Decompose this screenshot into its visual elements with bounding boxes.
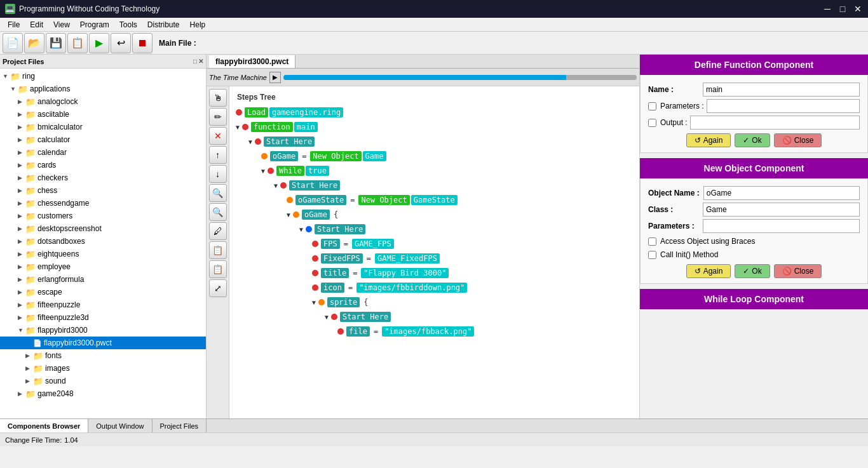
tree-item-dotsandboxes[interactable]: ▶ 📁 dotsandboxes — [0, 235, 206, 248]
menu-tools[interactable]: Tools — [114, 19, 142, 30]
tree-item-applications[interactable]: ▼ 📁 applications — [0, 83, 206, 95]
step-expand-arrow[interactable]: ▼ — [285, 211, 292, 218]
tree-item-images[interactable]: ▶ 📁 images — [0, 362, 206, 375]
define-function-close-button[interactable]: 🚫 Close — [774, 133, 822, 147]
token-start-here[interactable]: Start Here — [340, 312, 391, 322]
token-new-object[interactable]: New Object — [310, 151, 361, 161]
tree-item-analogclock[interactable]: ▶ 📁 analogclock — [0, 95, 206, 108]
parameters-checkbox[interactable] — [648, 102, 656, 110]
token-sprite[interactable]: sprite — [327, 297, 360, 307]
token-load[interactable]: Load — [245, 107, 268, 117]
new-object-again-button[interactable]: ↺ Again — [686, 264, 731, 278]
new-object-close-button[interactable]: 🚫 Close — [774, 264, 822, 278]
token-true[interactable]: true — [306, 166, 329, 176]
token-start-here[interactable]: Start Here — [315, 224, 365, 234]
token-start-here[interactable]: Start Here — [289, 180, 340, 191]
menu-program[interactable]: Program — [75, 19, 114, 30]
components-browser-tab[interactable]: Components Browser — [0, 419, 88, 432]
tool-zoom-fit[interactable]: ⤢ — [209, 279, 227, 297]
name-input[interactable] — [703, 83, 860, 97]
tree-item-asciitable[interactable]: ▶ 📁 asciitable — [0, 108, 206, 121]
left-panel-min-button[interactable]: □ — [193, 58, 197, 65]
token-function[interactable]: function — [251, 122, 293, 132]
project-files-tab[interactable]: Project Files — [153, 419, 207, 432]
new-object-ok-button[interactable]: ✓ Ok — [735, 264, 770, 278]
tool-copy[interactable]: 📋 — [209, 241, 227, 259]
tool-zoom-out[interactable]: 🔍 — [209, 203, 227, 221]
token-game-fixedfps[interactable]: GAME_FixedFPS — [375, 253, 440, 264]
step-expand-arrow[interactable]: ▼ — [234, 124, 241, 131]
tree-item-desktopscreenshot[interactable]: ▶ 📁 desktopscreenshot — [0, 222, 206, 235]
step-expand-arrow[interactable]: ▼ — [323, 314, 330, 321]
step-expand-arrow[interactable]: ▼ — [260, 168, 266, 175]
define-function-again-button[interactable]: ↺ Again — [686, 133, 731, 147]
tree-item-game2048[interactable]: ▶ 📁 game2048 — [0, 387, 206, 400]
tree-item-checkers[interactable]: ▶ 📁 checkers — [0, 171, 206, 184]
save-button[interactable]: 💾 — [46, 33, 66, 53]
run-button[interactable]: ▶ — [89, 33, 109, 53]
tree-item-eightqueens[interactable]: ▶ 📁 eightqueens — [0, 248, 206, 260]
tool-paste[interactable]: 📋 — [209, 260, 227, 278]
left-panel-close-button[interactable]: ✕ — [198, 58, 203, 65]
tool-properties[interactable]: 🖊 — [209, 222, 227, 240]
step-expand-arrow[interactable]: ▼ — [247, 138, 254, 145]
tree-item-calculator[interactable]: ▶ 📁 calculator — [0, 133, 206, 146]
token-file[interactable]: file — [346, 326, 370, 337]
tree-item-chessendgame[interactable]: ▶ 📁 chessendgame — [0, 197, 206, 210]
token-start-here[interactable]: Start Here — [264, 137, 315, 147]
token-main[interactable]: main — [294, 122, 318, 132]
tree-item-flappybird3000-pwct[interactable]: 📄 flappybird3000.pwct — [0, 337, 206, 349]
output-input[interactable] — [690, 116, 860, 130]
token-title-value[interactable]: "Flappy Bird 3000" — [361, 268, 449, 278]
menu-distribute[interactable]: Distribute — [142, 19, 185, 30]
tool-cursor[interactable]: 🖱 — [209, 89, 227, 107]
token-icon-value[interactable]: "images/fbbirddown.png" — [356, 283, 467, 293]
token-game-fps[interactable]: GAME_FPS — [352, 239, 394, 249]
tree-item-escape[interactable]: ▶ 📁 escape — [0, 286, 206, 298]
token-title[interactable]: title — [321, 268, 349, 278]
tool-down[interactable]: ↓ — [209, 165, 227, 183]
tree-item-ring[interactable]: ▼ 📁 ring — [0, 70, 206, 83]
tree-item-customers[interactable]: ▶ 📁 customers — [0, 210, 206, 222]
tree-item-fonts[interactable]: ▶ 📁 fonts — [0, 349, 206, 362]
define-function-ok-button[interactable]: ✓ Ok — [735, 133, 770, 147]
tree-item-sound[interactable]: ▶ 📁 sound — [0, 375, 206, 387]
step-expand-arrow[interactable]: ▼ — [273, 182, 279, 189]
tree-item-flappybird3000[interactable]: ▼ 📁 flappybird3000 — [0, 324, 206, 337]
params-input[interactable] — [703, 219, 860, 233]
tree-item-erlangformula[interactable]: ▶ 📁 erlangformula — [0, 273, 206, 286]
tree-item-calendar[interactable]: ▶ 📁 calendar — [0, 146, 206, 159]
time-machine-slider[interactable] — [283, 75, 637, 80]
access-braces-checkbox[interactable] — [648, 237, 656, 246]
menu-file[interactable]: File — [3, 19, 25, 30]
file-tab-flappybird[interactable]: flappybird3000.pwct — [209, 55, 295, 68]
token-fps[interactable]: FPS — [321, 239, 340, 249]
back-button[interactable]: ↩ — [111, 33, 131, 53]
token-gameengine[interactable]: gameengine.ring — [269, 107, 343, 117]
time-machine-play-button[interactable]: ▶ — [269, 72, 281, 83]
tree-item-bmicalculator[interactable]: ▶ 📁 bmicalculator — [0, 121, 206, 133]
token-icon[interactable]: icon — [321, 283, 344, 293]
token-file-value[interactable]: "images/fbback.png" — [382, 326, 474, 337]
token-fixedfps[interactable]: FixedFPS — [321, 253, 363, 264]
tool-up[interactable]: ↑ — [209, 146, 227, 164]
object-name-input[interactable] — [703, 186, 860, 200]
output-checkbox[interactable] — [648, 119, 656, 127]
token-game[interactable]: Game — [363, 151, 386, 161]
token-ogame-2[interactable]: oGame — [302, 210, 330, 220]
new-file-button[interactable]: 📄 — [3, 33, 23, 53]
output-window-tab[interactable]: Output Window — [88, 419, 152, 432]
tree-item-employee[interactable]: ▶ 📁 employee — [0, 260, 206, 273]
menu-edit[interactable]: Edit — [25, 19, 48, 30]
tree-item-fifteenpuzzle3d[interactable]: ▶ 📁 fifteenpuzzle3d — [0, 311, 206, 324]
tool-edit[interactable]: ✏ — [209, 108, 227, 126]
token-ogame[interactable]: oGame — [270, 151, 298, 161]
open-file-button[interactable]: 📂 — [24, 33, 44, 53]
token-gamestate[interactable]: GameState — [411, 195, 458, 205]
menu-help[interactable]: Help — [185, 19, 211, 30]
step-expand-arrow[interactable]: ▼ — [298, 226, 304, 233]
token-new-object-2[interactable]: New Object — [358, 195, 409, 205]
tree-item-chess[interactable]: ▶ 📁 chess — [0, 184, 206, 197]
minimize-button[interactable]: ─ — [822, 4, 832, 14]
tool-zoom-in[interactable]: 🔍 — [209, 184, 227, 202]
